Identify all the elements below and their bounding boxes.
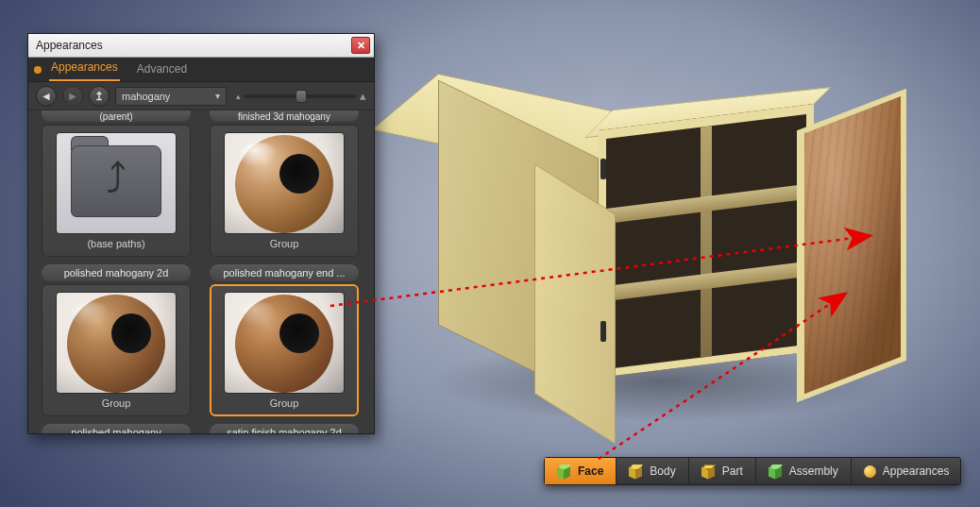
- appearance-tile-polished-mahogany[interactable]: polished mahogany: [42, 424, 191, 433]
- tab-appearances[interactable]: Appearances: [49, 56, 120, 81]
- panel-title: Appearances: [36, 39, 103, 52]
- breadcrumb-label: mahogany: [122, 91, 170, 102]
- tile-header: satin finish mahogany 2d: [210, 424, 359, 433]
- cabinet-divider: [701, 126, 712, 357]
- panel-toolbar: ◄ ► ↥ mahogany ▾ ▴ ▴: [28, 82, 374, 110]
- panel-tabs: Appearances Advanced: [28, 58, 374, 82]
- material-preview: [224, 292, 345, 394]
- cabinet-interior: [599, 104, 814, 378]
- tile-sublabel: (base paths): [87, 238, 144, 249]
- tile-sublabel: Group: [270, 397, 299, 409]
- target-body-button[interactable]: Body: [617, 458, 688, 484]
- appearances-panel: Appearances ✕ Appearances Advanced ◄ ► ↥…: [27, 33, 375, 434]
- tile-thumbnail[interactable]: Group: [42, 284, 191, 416]
- active-tab-indicator-icon: [34, 66, 42, 74]
- slider-track[interactable]: [245, 94, 356, 98]
- folder-up-icon: ⤴: [56, 132, 177, 234]
- material-preview: [56, 292, 177, 394]
- material-preview: [224, 132, 345, 234]
- slider-thumb[interactable]: [296, 90, 307, 103]
- target-label: Body: [650, 465, 675, 478]
- tile-header: (parent): [42, 110, 191, 122]
- slider-small-icon: ▴: [236, 92, 241, 101]
- target-appearances-button[interactable]: Appearances: [852, 458, 962, 484]
- tile-sublabel: Group: [102, 397, 131, 409]
- appearance-tile-polished-mahogany-end[interactable]: polished mahogany end ... Group: [210, 264, 359, 416]
- tile-sublabel: Group: [270, 238, 299, 249]
- nav-forward-button: ►: [62, 86, 83, 107]
- appearance-ball-icon: [864, 465, 876, 478]
- slider-large-icon: ▴: [360, 89, 366, 103]
- tile-header: polished mahogany 2d: [42, 264, 191, 281]
- target-label: Part: [722, 465, 743, 478]
- target-label: Face: [578, 465, 603, 478]
- chevron-down-icon: ▾: [215, 91, 220, 101]
- appearance-target-bar: Face Body Part Assembly Appearances: [544, 457, 961, 485]
- appearance-tile-finished-3d-mahogany[interactable]: finished 3d mahogany Group: [210, 110, 359, 257]
- appearance-tile-polished-mahogany-2d[interactable]: polished mahogany 2d Group: [42, 264, 191, 416]
- tab-advanced[interactable]: Advanced: [135, 58, 189, 81]
- tile-thumbnail-selected[interactable]: Group: [210, 284, 359, 416]
- appearance-tile-satin-finish-mahogany-2d[interactable]: satin finish mahogany 2d: [210, 424, 359, 433]
- target-part-button[interactable]: Part: [689, 458, 756, 484]
- close-icon[interactable]: ✕: [351, 37, 370, 54]
- thumbnail-size-slider[interactable]: ▴ ▴: [232, 89, 366, 103]
- nav-back-button[interactable]: ◄: [36, 86, 57, 107]
- cabinet-door-right-face[interactable]: [797, 89, 906, 403]
- target-label: Assembly: [789, 465, 838, 478]
- target-assembly-button[interactable]: Assembly: [756, 458, 852, 484]
- viewport-stage: Appearances ✕ Appearances Advanced ◄ ► ↥…: [0, 0, 980, 507]
- tile-thumbnail[interactable]: Group: [210, 125, 359, 257]
- tile-header: polished mahogany end ...: [210, 264, 359, 281]
- hinge-icon: [600, 321, 606, 342]
- tile-thumbnail[interactable]: ⤴ (base paths): [42, 125, 191, 257]
- target-label: Appearances: [883, 465, 950, 478]
- panel-titlebar[interactable]: Appearances ✕: [28, 34, 374, 58]
- hinge-icon: [600, 159, 606, 179]
- appearance-grid[interactable]: (parent) ⤴ (base paths) finishe: [28, 110, 374, 433]
- cube-part-icon: [701, 465, 716, 479]
- breadcrumb[interactable]: mahogany ▾: [115, 87, 227, 106]
- cabinet-3d-model[interactable]: [406, 62, 935, 421]
- door-right-highlight: [804, 96, 901, 394]
- tile-header: finished 3d mahogany: [210, 110, 359, 122]
- tile-header: polished mahogany: [42, 424, 191, 433]
- appearance-tile-parent[interactable]: (parent) ⤴ (base paths): [42, 110, 191, 257]
- target-face-button[interactable]: Face: [545, 458, 617, 484]
- cube-body-icon: [629, 465, 643, 479]
- cube-face-icon: [557, 465, 571, 479]
- nav-up-button[interactable]: ↥: [89, 86, 110, 107]
- cube-assembly-icon: [769, 465, 783, 479]
